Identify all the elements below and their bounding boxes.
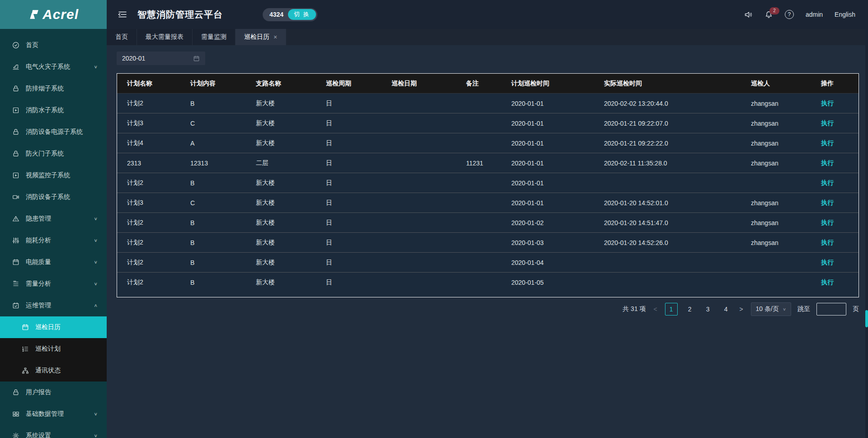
help-icon[interactable]: ? [785,10,794,19]
lock-icon [12,128,19,136]
sidebar-item-user-report[interactable]: 用户报告 [0,381,107,403]
table-cell: 2020-01-01 [501,193,594,213]
page-2[interactable]: 2 [684,303,696,315]
table-cell: 计划4 [117,133,180,153]
execute-link[interactable]: 执行 [821,139,834,146]
execute-link[interactable]: 执行 [821,278,834,286]
sidebar-item-power-quality[interactable]: 电能质量 ∨ [0,251,107,273]
table-cell [382,233,456,253]
sidebar-item-ops-mgmt[interactable]: 运维管理 ∧ [0,295,107,316]
prev-page-icon[interactable]: < [652,306,659,313]
page-1[interactable]: 1 [665,303,678,316]
table-cell: 日 [316,273,382,292]
sidebar-item-inspection-calendar[interactable]: 巡检日历 [0,316,107,338]
execute-link[interactable]: 执行 [821,179,834,186]
execute-link[interactable]: 执行 [821,119,834,127]
table-cell: zhangsan [741,193,811,213]
scrollbar-thumb[interactable] [865,310,868,327]
brand-logo: Acrel [0,0,107,29]
sidebar-item-demand-analysis[interactable]: 需量分析 ∨ [0,273,107,295]
table-cell: 计划3 [117,113,180,133]
table-cell [456,273,501,292]
close-tab-icon[interactable]: × [274,33,277,41]
column-header: 巡检日期 [382,74,456,94]
collapse-menu-icon[interactable] [118,9,127,19]
page-size-select[interactable]: 10 条/页 ∨ [751,302,791,316]
table-cell: 二层 [246,153,316,173]
sidebar-item-home[interactable]: 首页 [0,34,107,56]
table-cell: 新大楼 [246,193,316,213]
lock-icon [12,150,19,157]
sidebar-item-fire-water[interactable]: 消防水子系统 [0,99,107,121]
notification-bell-icon[interactable]: 2 [764,10,773,19]
page-3[interactable]: 3 [702,303,714,315]
table-row: 计划3C新大楼日2020-01-012020-01-20 14:52:01.0z… [117,193,859,213]
table-cell: 新大楼 [246,113,316,133]
ops-submenu: 巡检日历 巡检计划 通讯状态 [0,316,107,381]
lock-icon [12,85,19,92]
tab-demand-monitor[interactable]: 需量监测 [193,29,236,45]
table-cell: 新大楼 [246,253,316,273]
sidebar-item-smoke-control[interactable]: 防排烟子系统 [0,78,107,99]
user-menu[interactable]: admin [806,11,823,18]
switch-station-button[interactable]: 切 换 [288,9,316,20]
tab-max-demand-report[interactable]: 最大需量报表 [137,29,193,45]
sidebar-item-fire-power[interactable]: 消防设备电源子系统 [0,121,107,143]
table-cell [382,133,456,153]
sidebar: Acrel 首页 电气火灾子系统 ∨ 防排烟子系统 消防水子系统 消防设备电源子… [0,0,107,438]
table-cell: zhangsan [741,153,811,173]
column-header: 计划巡检时间 [501,74,594,94]
sidebar-item-system-settings[interactable]: 系统设置 ∨ [0,425,107,438]
language-switch[interactable]: English [835,11,855,18]
table-cell: 2020-01-01 [501,153,594,173]
table-cell: 日 [316,153,382,173]
tab-inspection-calendar[interactable]: 巡检日历 × [236,29,286,45]
next-page-icon[interactable]: > [738,306,745,313]
inspection-table: 计划名称计划内容支路名称巡检周期巡检日期备注计划巡检时间实际巡检时间巡检人操作 … [117,73,859,297]
calendar-icon [22,324,29,331]
table-header-row: 计划名称计划内容支路名称巡检周期巡检日期备注计划巡检时间实际巡检时间巡检人操作 [117,74,859,94]
execute-link[interactable]: 执行 [821,159,834,166]
pagination: 共 31 项 < 1 2 3 4 > 10 条/页 ∨ 跳至 页 [117,302,859,316]
page-4[interactable]: 4 [720,303,732,315]
page-scrollbar[interactable] [865,0,868,438]
table-row: 231312313二层日112312020-01-012020-02-11 11… [117,153,859,173]
table-cell: 2020-01-20 14:52:01.0 [594,193,741,213]
sidebar-item-inspection-plan[interactable]: 巡检计划 [0,338,107,360]
sidebar-nav: 首页 电气火灾子系统 ∨ 防排烟子系统 消防水子系统 消防设备电源子系统 防火门… [0,29,107,438]
execute-link[interactable]: 执行 [821,259,834,266]
gear-icon [12,432,19,438]
sidebar-item-electrical-fire[interactable]: 电气火灾子系统 ∨ [0,56,107,78]
sidebar-item-video-monitor[interactable]: 视频监控子系统 [0,165,107,186]
sidebar-item-energy-analysis[interactable]: 能耗分析 ∨ [0,230,107,251]
sidebar-item-comm-status[interactable]: 通讯状态 [0,360,107,381]
table-cell [382,153,456,173]
jump-page-input[interactable] [816,303,846,316]
column-header: 巡检人 [741,74,811,94]
month-picker[interactable]: 2020-01 [117,52,205,65]
calendar-check-icon [12,302,19,309]
table-cell: 计划3 [117,193,180,213]
table-cell: zhangsan [741,233,811,253]
table-cell: 新大楼 [246,173,316,193]
table-cell: 2020-01-04 [501,253,594,273]
execute-link[interactable]: 执行 [821,239,834,246]
sidebar-item-base-data[interactable]: 基础数据管理 ∨ [0,403,107,425]
table-cell: 2020-01-20 14:52:26.0 [594,233,741,253]
table-cell: zhangsan [741,133,811,153]
table-cell: 计划2 [117,273,180,292]
chevron-down-icon: ∨ [94,433,98,438]
announcement-icon[interactable] [744,10,753,19]
table-cell [456,233,501,253]
sidebar-item-hazard-mgmt[interactable]: 隐患管理 ∨ [0,208,107,230]
table-cell: 2313 [117,153,180,173]
top-header: 智慧消防管理云平台 4324 切 换 2 ? admin English [107,0,868,29]
tab-bar: 首页 最大需量报表 需量监测 巡检日历 × [107,29,868,46]
sidebar-item-fire-door[interactable]: 防火门子系统 [0,143,107,165]
sidebar-item-fire-device[interactable]: 消防设备子系统 [0,186,107,208]
table-cell [382,213,456,233]
execute-link[interactable]: 执行 [821,99,834,107]
tab-home[interactable]: 首页 [107,29,137,45]
execute-link[interactable]: 执行 [821,219,834,226]
execute-link[interactable]: 执行 [821,199,834,206]
